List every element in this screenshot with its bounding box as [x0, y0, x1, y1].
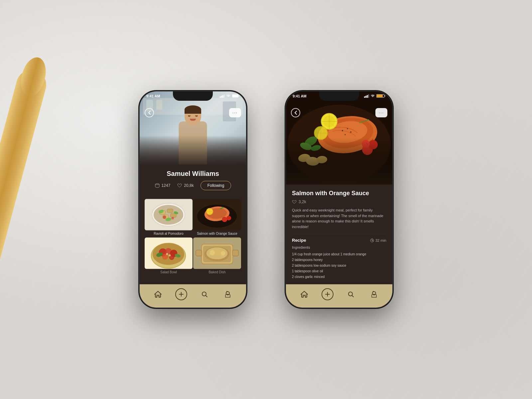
- nav-search-1[interactable]: [199, 288, 210, 300]
- recipe-content: Salmon with Orange Sauce 3,2k Quick and …: [286, 185, 392, 285]
- recipe-grid: Ravioli al Pomodoro: [140, 199, 246, 275]
- recipes-stat: 1247: [155, 183, 171, 188]
- back-arrow-icon: [148, 110, 151, 115]
- recipe-description: Quick and easy weeknight meal, perfect f…: [292, 207, 386, 229]
- add-icon-2: [325, 292, 330, 297]
- chef-icon-2: [370, 291, 378, 298]
- recipe-section-title: Recipe: [292, 238, 306, 243]
- recipe-card-salad[interactable]: Salad Bowl: [145, 237, 193, 275]
- svg-line-100: [372, 240, 373, 241]
- svg-point-18: [171, 217, 174, 219]
- notch-2: [319, 91, 359, 101]
- salmon-image-thumb: [193, 199, 241, 230]
- recipe-label-salmon: Salmon with Orange Sauce: [193, 230, 241, 237]
- baked-image: [193, 237, 241, 269]
- svg-rect-13: [170, 213, 176, 217]
- ingredient-4: 2 cloves garlic minced: [292, 274, 386, 280]
- recipe-back-button[interactable]: [291, 108, 300, 117]
- svg-rect-64: [377, 95, 383, 97]
- profile-more-button[interactable]: ···: [229, 108, 241, 117]
- svg-rect-2: [222, 95, 223, 98]
- svg-point-40: [169, 254, 171, 256]
- svg-point-17: [163, 215, 166, 219]
- phone-recipe: 9:41 AM: [286, 91, 392, 308]
- wifi-icon: [226, 94, 231, 98]
- profile-stats: 1247 20,8k Following: [146, 181, 239, 190]
- chef-icon-1: [224, 291, 231, 298]
- nav-add-2[interactable]: [322, 288, 333, 300]
- ingredients-label: Ingredients: [292, 245, 386, 249]
- bottom-nav-1: [140, 284, 246, 308]
- ravioli-image: [145, 199, 193, 230]
- svg-rect-106: [373, 294, 375, 295]
- svg-rect-63: [385, 95, 385, 97]
- profile-info: Samuel Williams 1247 20,8k Following: [140, 165, 246, 198]
- nav-chef-1[interactable]: [222, 288, 234, 300]
- battery-icon-2: [376, 94, 386, 98]
- recipes-count: 1247: [162, 183, 171, 188]
- wifi-icon-2: [370, 94, 375, 98]
- back-arrow-icon-2: [294, 110, 297, 115]
- svg-rect-61: [368, 94, 369, 98]
- signal-icon: [220, 94, 225, 98]
- profile-back-button[interactable]: [145, 108, 154, 117]
- svg-rect-1: [221, 96, 222, 98]
- recipe-card-salmon[interactable]: Salmon with Orange Sauce: [193, 199, 241, 237]
- nav-chef-2[interactable]: [368, 288, 380, 300]
- nav-home-1[interactable]: [152, 288, 164, 300]
- spoon-decoration: [0, 66, 50, 299]
- search-icon-1: [201, 291, 208, 298]
- recipe-thumb-baked: [193, 237, 241, 269]
- svg-rect-58: [364, 96, 365, 98]
- svg-point-49: [220, 251, 225, 256]
- nav-add-1[interactable]: [175, 288, 187, 300]
- add-icon-1: [179, 292, 184, 297]
- ingredient-3: 1 tablespoon olive oil: [292, 268, 386, 274]
- nav-home-2[interactable]: [298, 288, 310, 300]
- following-button[interactable]: Following: [200, 181, 231, 190]
- recipe-likes-count: 3,2k: [299, 200, 306, 204]
- recipe-thumb-salad: [145, 237, 193, 269]
- svg-point-9: [154, 205, 183, 225]
- likes-stat: 20,8k: [177, 183, 194, 188]
- ingredients-list: 1/4 cup fresh orange juice about 1 mediu…: [292, 251, 386, 280]
- notch-1: [173, 91, 213, 101]
- recipe-title: Salmon with Orange Sauce: [292, 190, 386, 197]
- svg-rect-3: [224, 94, 225, 98]
- recipe-section-header: Recipe 32 min: [292, 234, 386, 243]
- svg-rect-50: [196, 250, 202, 256]
- home-icon-1: [154, 291, 162, 298]
- heart-icon-recipe: [292, 200, 297, 204]
- ingredient-0: 1/4 cup fresh orange juice about 1 mediu…: [292, 251, 386, 257]
- ingredient-1: 2 tablespoons honey: [292, 257, 386, 263]
- svg-rect-6: [232, 95, 238, 97]
- recipe-time-label: 32 min: [375, 238, 386, 242]
- profile-name: Samuel Williams: [146, 170, 239, 178]
- status-time-2: 9:41 AM: [293, 94, 307, 98]
- likes-count: 20,8k: [184, 183, 194, 188]
- svg-point-28: [226, 216, 231, 220]
- svg-rect-60: [367, 95, 368, 98]
- svg-rect-5: [239, 95, 239, 97]
- recipes-icon: [155, 183, 160, 188]
- recipe-thumb-salmon: [193, 199, 241, 230]
- heart-icon-profile: [177, 183, 182, 188]
- clock-icon: [370, 238, 374, 242]
- recipe-card-baked[interactable]: Baked Dish: [193, 237, 241, 275]
- ingredient-2: 2 tablespoons low-sodium soy sauce: [292, 263, 386, 268]
- status-icons-2: [364, 94, 386, 98]
- signal-icon-2: [364, 94, 369, 98]
- svg-rect-0: [220, 96, 221, 98]
- nav-search-2[interactable]: [345, 288, 357, 300]
- svg-point-39: [166, 253, 168, 255]
- bottom-nav-2: [286, 284, 392, 308]
- recipe-label-salad: Salad Bowl: [145, 269, 193, 275]
- recipe-thumb-ravioli: [145, 199, 193, 230]
- recipe-time: 32 min: [370, 238, 386, 242]
- recipe-more-button[interactable]: ···: [375, 108, 387, 117]
- svg-rect-11: [167, 209, 173, 213]
- recipe-card-ravioli[interactable]: Ravioli al Pomodoro: [145, 199, 193, 237]
- home-icon-2: [301, 291, 308, 298]
- battery-icon: [232, 94, 239, 98]
- status-time-1: 9:41 AM: [146, 94, 160, 98]
